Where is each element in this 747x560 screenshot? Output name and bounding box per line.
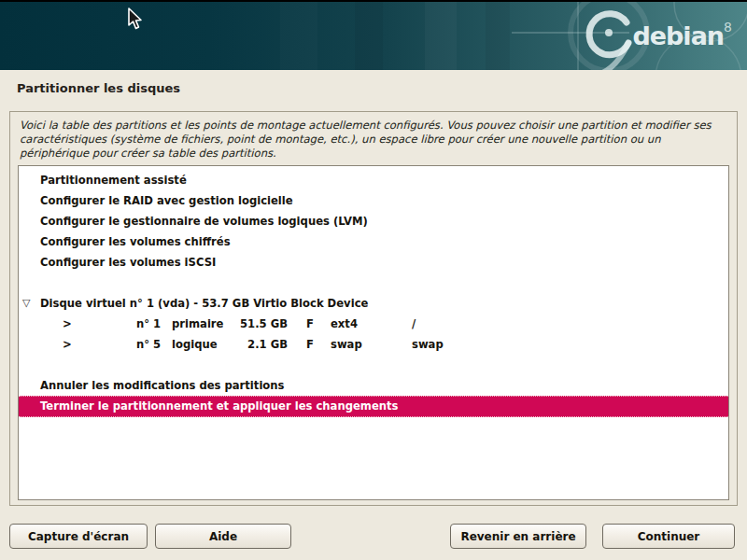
debian-swirl-logo bbox=[589, 14, 628, 70]
partition-gap bbox=[288, 334, 306, 355]
partition-type: logique bbox=[172, 334, 237, 355]
partition-mountpoint: swap bbox=[412, 334, 728, 355]
list-item-undo-changes[interactable]: Annuler les modifications des partitions bbox=[19, 375, 728, 396]
mouse-cursor-icon bbox=[127, 7, 144, 32]
list-item-configure-lvm[interactable]: Configurer le gestionnaire de volumes lo… bbox=[19, 211, 728, 231]
list-item-configure-iscsi[interactable]: Configurer les volumes iSCSI bbox=[19, 252, 728, 273]
list-item-configure-raid[interactable]: Configurer le RAID avec gestion logiciel… bbox=[19, 190, 728, 211]
title-bar: Partitionner les disques bbox=[0, 72, 747, 109]
expander-open-icon[interactable]: ▽ bbox=[22, 293, 37, 314]
go-back-button[interactable]: Revenir en arrière bbox=[450, 524, 586, 549]
partition-filesystem: swap bbox=[331, 334, 412, 355]
header-banner: debian8 bbox=[0, 0, 747, 70]
partition-format-flag: F bbox=[306, 334, 331, 355]
partition-marker-icon: > bbox=[63, 314, 136, 334]
list-item-finish-partitioning[interactable]: Terminer le partitionnement et appliquer… bbox=[19, 396, 728, 417]
main-frame: Voici la table des partitions et les poi… bbox=[9, 111, 738, 506]
page-title: Partitionner les disques bbox=[0, 72, 747, 95]
brand-name: debian bbox=[632, 21, 724, 50]
partition-size: 2.1 GB bbox=[237, 334, 288, 355]
help-button[interactable]: Aide bbox=[155, 524, 291, 549]
list-item-partition-5[interactable]: > n° 5 logique 2.1 GB F swap swap bbox=[19, 334, 728, 355]
partition-filesystem: ext4 bbox=[331, 314, 412, 334]
partition-type: primaire bbox=[172, 314, 237, 334]
partition-format-flag: F bbox=[306, 314, 331, 334]
disk-label: Disque virtuel n° 1 (vda) - 53.7 GB Virt… bbox=[40, 297, 368, 310]
page-description: Voici la table des partitions et les poi… bbox=[10, 112, 737, 161]
partition-mountpoint: / bbox=[412, 314, 728, 334]
list-item-disk-vda[interactable]: ▽ Disque virtuel n° 1 (vda) - 53.7 GB Vi… bbox=[19, 293, 728, 314]
partition-size: 51.5 GB bbox=[237, 314, 288, 334]
brand-logo-text: debian8 bbox=[632, 21, 732, 49]
list-spacer bbox=[19, 355, 728, 375]
list-item-partition-1[interactable]: > n° 1 primaire 51.5 GB F ext4 / bbox=[19, 314, 728, 334]
partition-list: Partitionnement assisté Configurer le RA… bbox=[18, 165, 729, 500]
list-item-configure-encrypted[interactable]: Configurer les volumes chiffrés bbox=[19, 231, 728, 252]
screenshot-button[interactable]: Capture d'écran bbox=[9, 524, 148, 549]
partition-marker-icon: > bbox=[63, 334, 136, 355]
continue-button[interactable]: Continuer bbox=[602, 524, 735, 549]
list-spacer bbox=[19, 273, 728, 293]
partition-number: n° 5 bbox=[136, 334, 172, 355]
list-item-guided-partitioning[interactable]: Partitionnement assisté bbox=[19, 170, 728, 190]
brand-version: 8 bbox=[724, 20, 732, 35]
partition-number: n° 1 bbox=[136, 314, 172, 334]
partition-gap bbox=[288, 314, 306, 334]
